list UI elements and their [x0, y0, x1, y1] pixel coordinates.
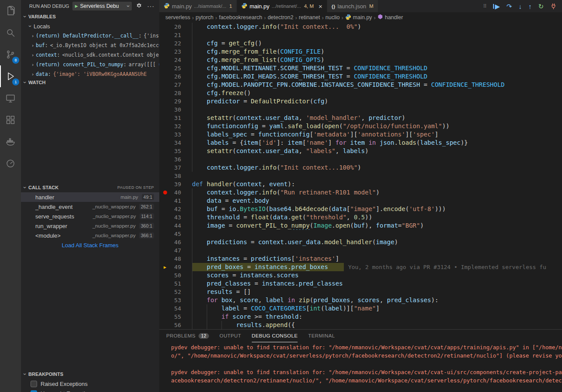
gutter-glyph-margin[interactable] — [159, 238, 171, 246]
line-number[interactable]: 56 — [171, 321, 181, 329]
line-number[interactable]: 49 — [171, 263, 181, 271]
breadcrumb-item[interactable]: handler — [377, 14, 403, 21]
breadcrumb-item[interactable]: facebookresearch — [219, 14, 262, 20]
stack-frame[interactable]: handlermain.py49:1 — [21, 192, 159, 202]
line-number[interactable]: 35 — [171, 147, 181, 155]
code-line-43[interactable]: 43threshold = float(data.get("threshold"… — [159, 213, 562, 222]
debug-config-dropdown[interactable]: ▶ Serverless Debu › — [72, 2, 132, 10]
gutter-glyph-margin[interactable] — [159, 147, 171, 155]
breakpoint-checkbox[interactable]: ✓ — [31, 390, 37, 392]
code-line-48[interactable]: 48instances = predictions['instances'] — [159, 255, 562, 263]
line-number[interactable]: 22 — [171, 39, 181, 48]
code-line-41[interactable]: 41data = event.body — [159, 197, 562, 205]
line-number[interactable]: 23 — [171, 48, 181, 56]
line-number[interactable]: 33 — [171, 130, 181, 139]
breakpoints-section-header[interactable]: › BREAKPOINTS — [21, 369, 159, 379]
line-number[interactable]: 48 — [171, 255, 181, 263]
gutter-glyph-margin[interactable] — [159, 271, 171, 280]
code-line-25[interactable]: 25cfg.MODEL.RETINANET.SCORE_THRESH_TEST … — [159, 64, 562, 72]
gutter-glyph-margin[interactable] — [159, 213, 171, 222]
gutter-glyph-margin[interactable] — [159, 288, 171, 296]
step-out-icon[interactable]: ↑ — [528, 3, 532, 10]
line-number[interactable]: 31 — [171, 114, 181, 122]
gutter-glyph-margin[interactable] — [159, 255, 171, 263]
variable-row[interactable]: ›context:<nuclio_sdk.context.Context obj… — [21, 50, 159, 60]
code-line-49[interactable]: ▶49pred_boxes = instances.pred_boxesYou,… — [159, 263, 562, 271]
line-number[interactable]: 37 — [171, 164, 181, 172]
line-number[interactable]: 43 — [171, 213, 181, 222]
line-number[interactable]: 36 — [171, 155, 181, 164]
code-line-32[interactable]: 32functionconfig = yaml.safe_load(open("… — [159, 122, 562, 130]
step-into-icon[interactable]: ↓ — [518, 3, 522, 10]
activity-bar-item-extensions[interactable] — [0, 109, 21, 131]
code-line-27[interactable]: 27cfg.MODEL.PANOPTIC_FPN.COMBINE.INSTANC… — [159, 81, 562, 89]
line-number[interactable]: 27 — [171, 81, 181, 89]
code-line-37[interactable]: 37context.logger.info("Init context...10… — [159, 164, 562, 172]
panel-tab-debug-console[interactable]: DEBUG CONSOLE — [252, 330, 298, 342]
line-number[interactable]: 40 — [171, 188, 181, 197]
watch-section-header[interactable]: › WATCH — [21, 78, 159, 87]
line-number[interactable]: 24 — [171, 56, 181, 64]
line-number[interactable]: 45 — [171, 230, 181, 238]
code-line-45[interactable]: 45 — [159, 230, 562, 238]
line-number[interactable]: 53 — [171, 296, 181, 304]
line-number[interactable]: 41 — [171, 197, 181, 205]
gutter-glyph-margin[interactable] — [159, 31, 171, 39]
breadcrumb-item[interactable]: pytorch — [195, 14, 213, 20]
code-line-56[interactable]: 56results.append({ — [159, 321, 562, 329]
line-number[interactable]: 55 — [171, 313, 181, 321]
code-line-21[interactable]: 21 — [159, 31, 562, 39]
gutter-glyph-margin[interactable] — [159, 72, 171, 81]
gutter-glyph-margin[interactable] — [159, 304, 171, 313]
code-line-36[interactable]: 36 — [159, 155, 562, 164]
gutter-glyph-margin[interactable] — [159, 106, 171, 114]
editor-tab[interactable]: main.py.../siammask/...1 — [159, 0, 237, 12]
activity-bar-item-explorer[interactable] — [0, 0, 21, 22]
line-number[interactable]: 32 — [171, 122, 181, 130]
code-line-38[interactable]: 38 — [159, 172, 562, 180]
activity-bar-item-source-control[interactable]: 8 — [0, 44, 21, 65]
gutter-glyph-margin[interactable] — [159, 280, 171, 288]
activity-bar-item-run-and-debug[interactable]: 1 — [0, 65, 21, 87]
line-number[interactable]: 34 — [171, 139, 181, 147]
activity-bar-item-monitor[interactable] — [0, 153, 21, 174]
line-number[interactable]: 44 — [171, 222, 181, 230]
gutter-glyph-margin[interactable] — [159, 97, 171, 106]
call-stack-section-header[interactable]: › CALL STACK PAUSED ON STEP — [21, 183, 159, 192]
line-number[interactable]: 50 — [171, 271, 181, 280]
drag-handle-icon[interactable]: ⠿ — [483, 4, 487, 9]
gutter-glyph-margin[interactable] — [159, 180, 171, 188]
gutter-glyph-margin[interactable] — [159, 188, 171, 197]
gutter-glyph-margin[interactable] — [159, 205, 171, 213]
line-number[interactable]: 42 — [171, 205, 181, 213]
gutter-glyph-margin[interactable] — [159, 222, 171, 230]
code-line-30[interactable]: 30 — [159, 106, 562, 114]
gutter-glyph-margin[interactable] — [159, 81, 171, 89]
gutter-glyph-margin[interactable] — [159, 114, 171, 122]
code-line-54[interactable]: 54label = COCO_CATEGORIES[int(label)]["n… — [159, 304, 562, 313]
panel-tab-output[interactable]: OUTPUT — [219, 330, 241, 342]
code-line-26[interactable]: 26cfg.MODEL.ROI_HEADS.SCORE_THRESH_TEST … — [159, 72, 562, 81]
editor-tab[interactable]: {}launch.jsonM — [327, 0, 378, 12]
code-line-46[interactable]: 46predictions = context.user_data.model_… — [159, 238, 562, 246]
line-number[interactable]: 54 — [171, 304, 181, 313]
breadcrumb-item[interactable]: detectron2 — [267, 14, 293, 20]
code-line-51[interactable]: 51pred_classes = instances.pred_classes — [159, 280, 562, 288]
load-all-stack-frames-link[interactable]: Load All Stack Frames — [21, 240, 159, 250]
code-line-40[interactable]: 40context.logger.info("Run retinanet-R10… — [159, 188, 562, 197]
line-number[interactable]: 21 — [171, 31, 181, 39]
gutter-glyph-margin[interactable] — [159, 48, 171, 56]
breadcrumb-item[interactable]: main.py — [345, 14, 372, 21]
code-line-50[interactable]: 50scores = instances.scores — [159, 271, 562, 280]
variable-row[interactable]: ›data:{'image': 'iVBORw0KGgoAAAANSUhE — [21, 69, 159, 78]
gutter-glyph-margin[interactable] — [159, 122, 171, 130]
code-line-20[interactable]: 20context.logger.info("Init context... 0… — [159, 23, 562, 31]
gutter-glyph-margin[interactable] — [159, 39, 171, 48]
code-line-44[interactable]: 44image = convert_PIL_to_numpy(Image.ope… — [159, 222, 562, 230]
gutter-glyph-margin[interactable] — [159, 155, 171, 164]
line-number[interactable]: 26 — [171, 72, 181, 81]
activity-bar-item-docker[interactable] — [0, 131, 21, 153]
close-icon[interactable]: × — [319, 3, 322, 10]
code-line-28[interactable]: 28cfg.freeze() — [159, 89, 562, 97]
gutter-glyph-margin[interactable] — [159, 230, 171, 238]
